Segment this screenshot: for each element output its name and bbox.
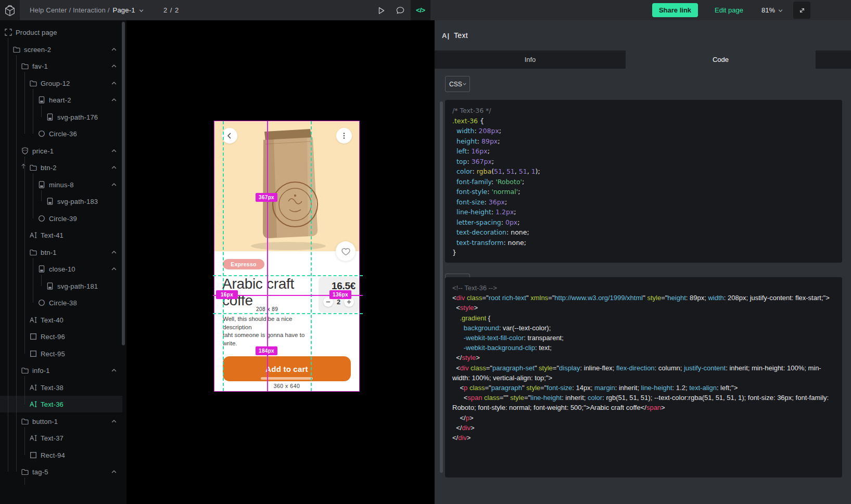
design-canvas[interactable]: Expresso Arabic craft coffe 208 x 89 16.… (126, 20, 435, 504)
layer-row-btn-2[interactable]: btn-2 (0, 159, 122, 176)
code-icon: </> (416, 6, 425, 14)
code-line: letter-spacing: 0px; (452, 217, 835, 228)
layer-row-Text-36[interactable]: Text-36 (0, 396, 122, 412)
chevron-up-icon[interactable] (111, 63, 117, 69)
top-bar: Help Center / Interaction / Page-1 2 / 2… (0, 0, 851, 20)
measure-badge-top: 367px (256, 193, 277, 202)
code-view-button[interactable]: </> (411, 0, 430, 20)
file-icon (46, 113, 54, 121)
share-link-button[interactable]: Share link (652, 3, 698, 17)
layer-label: Text-36 (41, 400, 63, 408)
indent-guide (24, 157, 25, 354)
chevron-down-icon[interactable] (138, 8, 144, 14)
code-line: -webkit-text-fill-color: transparent; (452, 333, 835, 343)
folder-icon (29, 79, 37, 87)
layer-row-Group-12[interactable]: Group-12 (0, 75, 122, 92)
folder-icon (12, 45, 21, 54)
folder-icon (21, 468, 29, 476)
back-button[interactable] (222, 128, 237, 144)
code-line: text-decoration: none; (452, 227, 835, 238)
layer-row-svg-path-176[interactable]: svg-path-176 (0, 109, 122, 125)
chevron-up-icon[interactable] (111, 469, 117, 475)
code-line: font-style: 'normal'; (452, 187, 835, 197)
chevron-up-icon[interactable] (111, 97, 117, 103)
layer-row-fav-1[interactable]: fav-1 (0, 58, 122, 74)
layer-row-Text-37[interactable]: Text-37 (0, 430, 122, 446)
css-code-block[interactable]: /* Text-36 */.text-36 { width: 208px; he… (445, 100, 842, 263)
layer-label: Rect-94 (41, 451, 65, 459)
comment-button[interactable] (391, 0, 409, 20)
breadcrumb-path: Help Center / Interaction / (30, 6, 110, 14)
layer-row-heart-2[interactable]: heart-2 (0, 92, 122, 108)
breadcrumb-current-page[interactable]: Page-1 (113, 6, 135, 14)
chevron-up-icon[interactable] (111, 266, 117, 272)
phone-frame[interactable]: Expresso Arabic craft coffe 208 x 89 16.… (214, 121, 359, 391)
app-logo[interactable] (0, 0, 20, 20)
layer-row-Rect-96[interactable]: Rect-96 (0, 328, 122, 345)
tab-info[interactable]: Info (435, 50, 626, 69)
guide-dashed-top (213, 275, 363, 276)
code-line: <span class="" style="line-height: inher… (452, 393, 835, 412)
indent-guide (41, 106, 42, 117)
chevron-up-icon[interactable] (111, 182, 117, 188)
layer-row-info-1[interactable]: info-1 (0, 362, 122, 379)
layer-label: tag-5 (32, 468, 48, 476)
indent-guide (8, 38, 8, 472)
play-icon (375, 5, 386, 16)
chevron-up-icon[interactable] (111, 46, 117, 53)
layer-row-svg-path-181[interactable]: svg-path-181 (0, 278, 122, 294)
favorite-button[interactable] (336, 241, 355, 261)
panel-scrollbar[interactable] (440, 101, 443, 473)
guide-dashed-right (311, 121, 312, 391)
layer-row-Text-38[interactable]: Text-38 (0, 379, 122, 396)
code-line: color: rgba(51, 51, 51, 1); (452, 166, 835, 177)
layer-row-Text-41[interactable]: Text-41 (0, 227, 122, 243)
layer-label: close-10 (49, 265, 75, 273)
code-line: <!-- Text-36 --> (452, 283, 835, 293)
layer-row-Rect-95[interactable]: Rect-95 (0, 345, 122, 362)
layer-row-tag-5[interactable]: tag-5 (0, 463, 122, 480)
layer-row-Circle-39[interactable]: Circle-39 (0, 210, 122, 227)
product-description: Well, this should be a nice description … (223, 315, 316, 347)
chevron-up-icon[interactable] (111, 164, 117, 171)
menu-button[interactable] (336, 128, 352, 144)
layer-row-Circle-38[interactable]: Circle-38 (0, 294, 122, 311)
chevron-up-icon[interactable] (111, 148, 117, 154)
breadcrumb[interactable]: Help Center / Interaction / Page-1 (30, 0, 144, 20)
layer-row-close-10[interactable]: close-10 (0, 261, 122, 277)
tab-code[interactable]: Code (626, 50, 816, 69)
play-button[interactable] (372, 0, 389, 20)
folder-icon (21, 62, 29, 70)
layer-row-Rect-94[interactable]: Rect-94 (0, 447, 122, 463)
indent-guide (24, 376, 25, 404)
css-language-dropdown[interactable]: CSS (445, 76, 470, 92)
chevron-up-icon[interactable] (111, 80, 117, 86)
layer-row-minus-8[interactable]: minus-8 (0, 176, 122, 193)
description-line-1: Well, this should be a nice description (223, 315, 316, 331)
edit-page-link[interactable]: Edit page (715, 0, 743, 20)
code-line: .gradient { (452, 313, 835, 323)
layer-row-btn-1[interactable]: btn-1 (0, 244, 122, 261)
layer-row-button-1[interactable]: button-1 (0, 413, 122, 430)
layer-label: price-1 (32, 147, 54, 155)
comment-icon (395, 5, 405, 16)
layer-row-price-1[interactable]: price-1 (0, 143, 122, 159)
layer-row-Circle-36[interactable]: Circle-36 (0, 125, 122, 142)
layer-row-Product page[interactable]: Product page (0, 24, 122, 41)
svg-code-block[interactable]: <!-- Text-36 --><div class="root rich-te… (445, 277, 842, 477)
chevron-up-icon[interactable] (111, 418, 117, 424)
code-line: -webkit-background-clip: text; (452, 343, 835, 353)
layer-label: button-1 (32, 418, 58, 425)
chevron-up-icon[interactable] (111, 367, 117, 373)
indent-guide (16, 55, 17, 472)
chevron-up-icon[interactable] (111, 249, 117, 255)
sidebar-scrollbar[interactable] (122, 22, 125, 345)
chevron-down-icon (778, 8, 783, 14)
layer-row-screen-2[interactable]: screen-2 (0, 41, 122, 58)
zoom-control[interactable]: 81% (761, 0, 783, 20)
layer-row-svg-path-183[interactable]: svg-path-183 (0, 193, 122, 210)
layer-row-Text-40[interactable]: Text-40 (0, 312, 122, 328)
guide-dashed-left (223, 121, 224, 391)
fullscreen-button[interactable] (793, 2, 810, 19)
code-line: <div class="paragraph-set" style="displa… (452, 363, 835, 383)
